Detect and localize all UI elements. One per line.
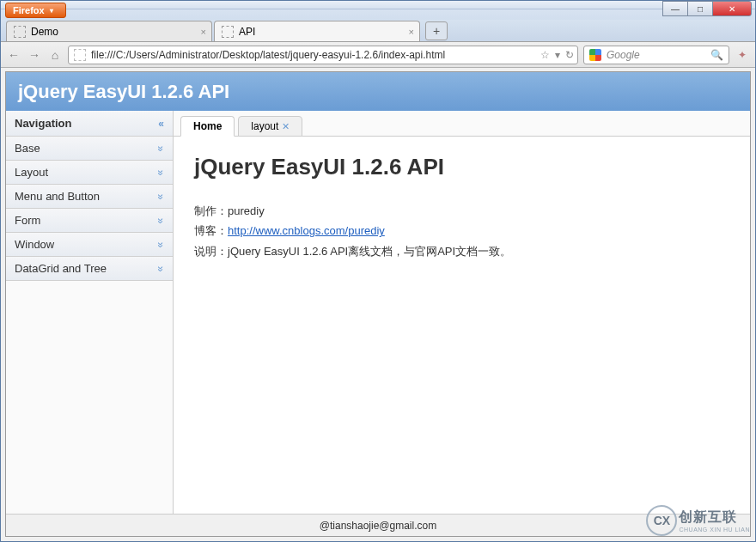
search-placeholder: Google — [607, 49, 640, 61]
page-title: jQuery EasyUI 1.2.6 API — [18, 81, 229, 103]
url-input[interactable]: file:///C:/Users/Administrator/Desktop/l… — [68, 46, 578, 64]
watermark-subtext: CHUANG XIN HU LIAN — [679, 527, 750, 533]
tab-title: API — [239, 26, 255, 38]
browser-tab[interactable]: API × — [214, 21, 420, 41]
content-area: jQuery EasyUI 1.2.6 API 制作：purediy 博客：ht… — [174, 137, 750, 278]
url-text: file:///C:/Users/Administrator/Desktop/l… — [91, 49, 445, 61]
favicon-icon — [222, 26, 234, 38]
blog-label: 博客： — [194, 224, 228, 237]
home-button[interactable]: ⌂ — [47, 47, 63, 63]
feed-icon[interactable]: ✦ — [735, 47, 750, 63]
sidebar-item-base[interactable]: Base — [6, 137, 173, 161]
chevron-down-icon — [158, 143, 164, 155]
browser-tabstrip: Demo × API × + — [1, 20, 755, 42]
tab-close-icon[interactable]: ✕ — [282, 121, 290, 132]
page-footer: @tianshaojie@gmail.com — [6, 514, 750, 536]
desc-label: 说明： — [194, 245, 228, 258]
sidebar: Navigation Base Layout Menu and Button F… — [6, 111, 174, 514]
back-button[interactable]: ← — [6, 47, 21, 63]
sidebar-item-window[interactable]: Window — [6, 233, 173, 257]
url-dropdown-icon[interactable]: ▾ — [555, 49, 560, 61]
chevron-down-icon — [158, 239, 164, 251]
content-heading: jQuery EasyUI 1.2.6 API — [194, 154, 729, 180]
reload-icon[interactable]: ↻ — [565, 49, 574, 61]
minimize-button[interactable]: — — [662, 1, 688, 16]
page-header: jQuery EasyUI 1.2.6 API — [6, 72, 750, 111]
author-value: purediy — [228, 204, 265, 217]
watermark: CX 创新互联 CHUANG XIN HU LIAN — [646, 505, 750, 536]
forward-button[interactable]: → — [27, 47, 42, 63]
watermark-text: 创新互联 — [679, 509, 737, 524]
tab-layout[interactable]: layout✕ — [238, 116, 302, 137]
chevron-down-icon — [158, 215, 164, 227]
search-input[interactable]: Google 🔍 — [583, 46, 729, 64]
tab-home[interactable]: Home — [180, 116, 235, 137]
collapse-icon[interactable] — [158, 118, 164, 130]
sidebar-item-datagrid[interactable]: DataGrid and Tree — [6, 257, 173, 281]
firefox-menu-button[interactable]: Firefox — [5, 3, 66, 18]
sidebar-item-layout[interactable]: Layout — [6, 161, 173, 185]
site-identity-icon — [74, 49, 86, 61]
browser-tab[interactable]: Demo × — [6, 21, 212, 41]
new-tab-button[interactable]: + — [425, 21, 448, 40]
chevron-down-icon — [158, 263, 164, 275]
footer-text: @tianshaojie@gmail.com — [320, 520, 436, 532]
tab-close-icon[interactable]: × — [409, 27, 414, 37]
window-controls: — □ ✕ — [663, 1, 752, 16]
watermark-logo-icon: CX — [646, 505, 677, 536]
author-label: 制作： — [194, 204, 228, 217]
chevron-down-icon — [158, 167, 164, 179]
blog-link[interactable]: http://www.cnblogs.com/purediy — [228, 224, 385, 237]
tab-title: Demo — [31, 26, 58, 38]
search-icon[interactable]: 🔍 — [710, 49, 723, 61]
favicon-icon — [14, 26, 26, 38]
sidebar-item-menu[interactable]: Menu and Button — [6, 185, 173, 209]
sidebar-item-form[interactable]: Form — [6, 209, 173, 233]
page-viewport: jQuery EasyUI 1.2.6 API Navigation Base … — [5, 71, 751, 537]
bookmark-star-icon[interactable]: ☆ — [540, 49, 550, 61]
maximize-button[interactable]: □ — [687, 1, 713, 16]
main-panel: Home layout✕ jQuery EasyUI 1.2.6 API 制作：… — [174, 111, 750, 514]
google-icon — [589, 49, 601, 61]
chevron-down-icon — [158, 191, 164, 203]
desc-value: jQuery EasyUI 1.2.6 API离线文档，与官网API文档一致。 — [228, 245, 511, 258]
tab-close-icon[interactable]: × — [201, 27, 206, 37]
toolbar: ← → ⌂ file:///C:/Users/Administrator/Des… — [1, 42, 755, 68]
sidebar-title[interactable]: Navigation — [6, 111, 173, 137]
content-tabstrip: Home layout✕ — [174, 111, 750, 137]
close-button[interactable]: ✕ — [712, 1, 752, 16]
